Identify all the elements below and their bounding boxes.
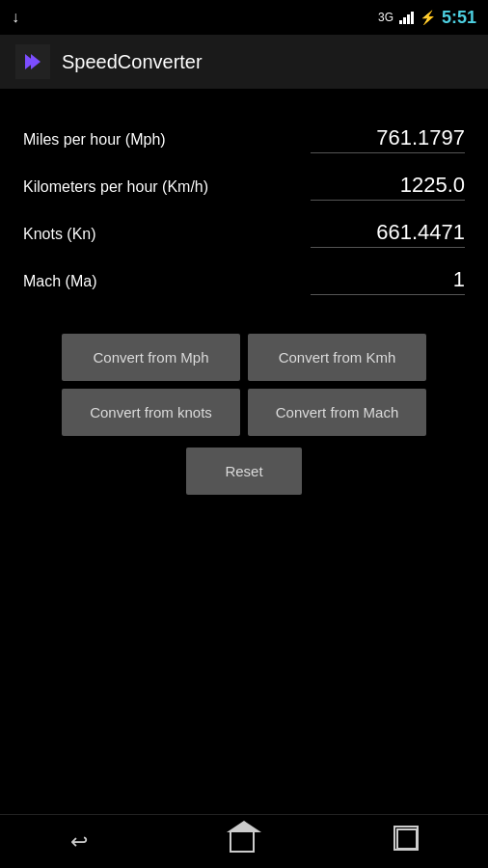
- kmh-value[interactable]: 1225.0: [311, 173, 465, 201]
- battery-icon: ⚡: [420, 10, 436, 25]
- status-right: 3G ⚡ 5:51: [378, 8, 476, 28]
- mph-row: Miles per hour (Mph) 761.1797: [23, 116, 465, 163]
- nav-bar: [0, 814, 488, 868]
- arrow-icon-2: [31, 54, 41, 69]
- back-icon[interactable]: [70, 829, 88, 854]
- mach-label: Mach (Ma): [23, 273, 96, 290]
- mph-label: Miles per hour (Mph): [23, 131, 166, 149]
- button-row-1: Convert from Mph Convert from Kmh: [62, 334, 426, 381]
- fields-section: Miles per hour (Mph) 761.1797 Kilometers…: [23, 116, 465, 305]
- app-icon: [15, 44, 50, 79]
- app-bar: SpeedConverter: [0, 35, 488, 89]
- mach-row: Mach (Ma) 1: [23, 258, 465, 305]
- network-indicator: 3G: [378, 11, 393, 24]
- home-icon[interactable]: [230, 831, 255, 853]
- main-content: Miles per hour (Mph) 761.1797 Kilometers…: [0, 89, 488, 514]
- buttons-area: Convert from Mph Convert from Kmh Conver…: [23, 334, 465, 495]
- status-left: ↓: [12, 9, 19, 26]
- convert-kmh-button[interactable]: Convert from Kmh: [248, 334, 426, 381]
- knots-value[interactable]: 661.4471: [311, 220, 465, 248]
- knots-label: Knots (Kn): [23, 226, 96, 243]
- mph-value[interactable]: 761.1797: [311, 125, 465, 153]
- kmh-label: Kilometers per hour (Km/h): [23, 178, 208, 196]
- status-time: 5:51: [442, 8, 476, 28]
- app-title: SpeedConverter: [62, 51, 203, 73]
- download-icon: ↓: [12, 9, 19, 26]
- kmh-row: Kilometers per hour (Km/h) 1225.0: [23, 163, 465, 210]
- mach-value[interactable]: 1: [311, 267, 465, 295]
- convert-mph-button[interactable]: Convert from Mph: [62, 334, 240, 381]
- convert-knots-button[interactable]: Convert from knots: [62, 389, 240, 436]
- status-bar: ↓ 3G ⚡ 5:51: [0, 0, 488, 35]
- recents-icon[interactable]: [396, 828, 418, 850]
- convert-mach-button[interactable]: Convert from Mach: [248, 389, 426, 436]
- knots-row: Knots (Kn) 661.4471: [23, 210, 465, 258]
- signal-bars: [399, 11, 414, 24]
- button-row-2: Convert from knots Convert from Mach: [62, 389, 426, 436]
- reset-button[interactable]: Reset: [186, 448, 301, 495]
